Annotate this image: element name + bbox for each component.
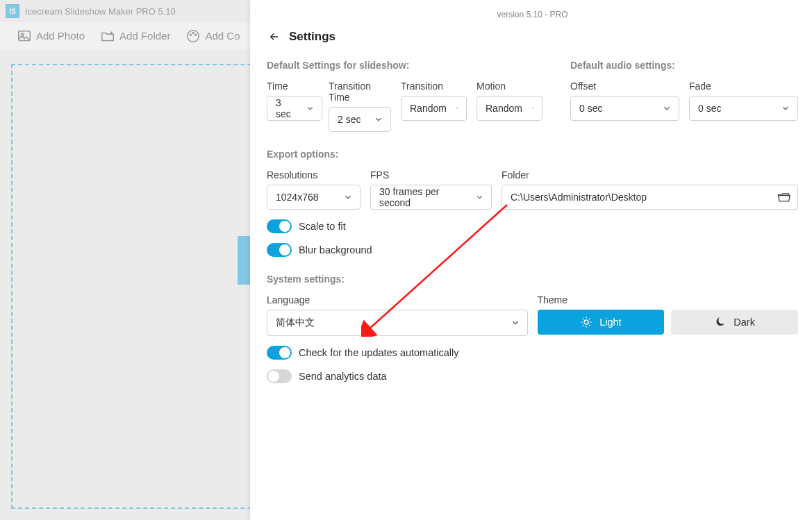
chevron-down-icon <box>306 103 315 113</box>
language-value: 简体中文 <box>276 317 315 329</box>
theme-light-label: Light <box>599 317 621 328</box>
fps-select[interactable]: 30 frames per second <box>370 185 492 210</box>
transition-time-value: 2 sec <box>338 114 361 125</box>
motion-select[interactable]: Random <box>477 96 542 121</box>
theme-dark-label: Dark <box>734 317 755 328</box>
language-select[interactable]: 简体中文 <box>267 310 528 336</box>
export-section-label: Export options: <box>267 149 798 160</box>
theme-light-button[interactable]: Light <box>538 310 665 335</box>
fps-label: FPS <box>370 169 492 181</box>
folder-value: C:\Users\Administrator\Desktop <box>511 192 647 203</box>
chevron-down-icon <box>531 103 535 113</box>
folder-open-icon[interactable] <box>777 190 790 204</box>
chevron-down-icon <box>455 103 459 113</box>
svg-point-6 <box>584 320 588 324</box>
send-analytics-row: Send analytics data <box>267 369 798 383</box>
settings-panel: version 5.10 - PRO Settings Default Sett… <box>250 0 812 520</box>
time-value: 3 sec <box>276 97 297 119</box>
time-select[interactable]: 3 sec <box>267 96 322 121</box>
offset-value: 0 sec <box>579 103 602 114</box>
transition-label: Transition <box>401 81 467 92</box>
transition-value: Random <box>410 103 447 114</box>
panel-header: Settings <box>267 19 798 60</box>
slideshow-section-label: Default Settings for slideshow: <box>267 60 542 71</box>
send-analytics-toggle[interactable] <box>267 369 292 383</box>
system-section-label: System settings: <box>267 274 798 285</box>
motion-value: Random <box>486 103 522 114</box>
audio-section-label: Default audio settings: <box>570 60 798 71</box>
blur-bg-label: Blur background <box>299 244 372 255</box>
check-updates-row: Check for the updates automatically <box>267 346 798 360</box>
check-updates-label: Check for the updates automatically <box>299 347 459 358</box>
theme-label: Theme <box>538 294 799 305</box>
fade-label: Fade <box>689 81 798 92</box>
motion-label: Motion <box>477 81 542 92</box>
arrow-left-icon <box>268 31 281 43</box>
folder-label: Folder <box>502 169 798 181</box>
export-options-section: Export options: Resolutions 1024x768 FPS… <box>267 149 798 257</box>
transition-select[interactable]: Random <box>401 96 467 121</box>
scale-to-fit-row: Scale to fit <box>267 219 798 233</box>
send-analytics-label: Send analytics data <box>299 371 387 382</box>
system-settings-section: System settings: Language 简体中文 Theme Lig… <box>267 274 798 383</box>
slideshow-defaults-section: Default Settings for slideshow: Time 3 s… <box>267 60 542 132</box>
resolutions-value: 1024x768 <box>276 192 319 203</box>
resolutions-select[interactable]: 1024x768 <box>267 185 361 210</box>
transition-time-label: Transition Time <box>329 81 391 103</box>
scale-to-fit-toggle[interactable] <box>267 219 292 233</box>
chevron-down-icon <box>511 318 520 328</box>
version-label: version 5.10 - PRO <box>267 0 798 19</box>
chevron-down-icon <box>343 192 353 202</box>
chevron-down-icon <box>475 192 484 202</box>
transition-time-select[interactable]: 2 sec <box>329 107 391 132</box>
fade-select[interactable]: 0 sec <box>689 96 798 121</box>
blur-bg-toggle[interactable] <box>267 243 292 257</box>
scale-to-fit-label: Scale to fit <box>299 221 346 232</box>
blur-bg-row: Blur background <box>267 243 798 257</box>
chevron-down-icon <box>662 103 672 113</box>
sun-icon <box>580 316 593 328</box>
offset-select[interactable]: 0 sec <box>570 96 679 121</box>
time-label: Time <box>267 81 319 92</box>
back-button[interactable] <box>267 29 282 44</box>
check-updates-toggle[interactable] <box>267 346 292 360</box>
chevron-down-icon <box>374 115 383 124</box>
chevron-down-icon <box>781 103 790 113</box>
fade-value: 0 sec <box>698 103 721 114</box>
settings-title: Settings <box>289 30 335 44</box>
fps-value: 30 frames per second <box>379 186 467 208</box>
audio-defaults-section: Default audio settings: Offset 0 sec Fad… <box>570 60 798 132</box>
theme-dark-button[interactable]: Dark <box>671 310 798 335</box>
offset-label: Offset <box>570 81 679 92</box>
resolutions-label: Resolutions <box>267 169 361 181</box>
language-label: Language <box>267 294 528 305</box>
moon-icon <box>714 316 727 328</box>
folder-input[interactable]: C:\Users\Administrator\Desktop <box>502 185 798 210</box>
